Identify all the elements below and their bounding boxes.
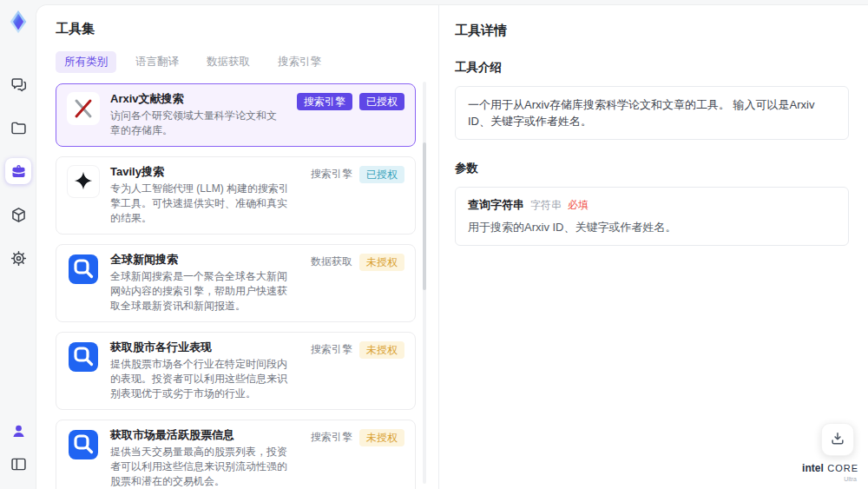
download-button[interactable] bbox=[821, 423, 854, 456]
tool-description: 全球新闻搜索是一个聚合全球各大新闻网站内容的搜索引擎，帮助用户快速获取全球最新资… bbox=[110, 269, 293, 314]
tool-card[interactable]: 全球新闻搜索 全球新闻搜索是一个聚合全球各大新闻网站内容的搜索引擎，帮助用户快速… bbox=[56, 244, 416, 322]
tool-status-badge: 已授权 bbox=[359, 166, 404, 183]
tool-icon bbox=[67, 428, 100, 461]
tool-description: 专为人工智能代理 (LLM) 构建的搜索引擎工具。可快速提供实时、准确和真实的结… bbox=[110, 182, 293, 226]
sidebar-item-chat[interactable] bbox=[5, 71, 31, 97]
panel-toggle-icon bbox=[10, 455, 28, 473]
folder-icon bbox=[10, 119, 28, 137]
tool-status-badge: 未授权 bbox=[359, 254, 404, 271]
sidebar-item-user-avatar[interactable] bbox=[5, 418, 31, 444]
sidebar-item-gear[interactable] bbox=[5, 245, 31, 271]
parameter-required-badge: 必填 bbox=[568, 198, 589, 213]
parameter-header: 查询字符串 字符串 必填 bbox=[468, 197, 836, 213]
tool-title: 全球新闻搜索 bbox=[110, 253, 293, 267]
tool-category-badge: 搜索引擎 bbox=[311, 341, 352, 357]
tool-title: 获取股市各行业表现 bbox=[110, 340, 293, 354]
tool-card[interactable]: Tavily搜索 专为人工智能代理 (LLM) 构建的搜索引擎工具。可快速提供实… bbox=[56, 156, 416, 235]
tool-title: 获取市场最活跃股票信息 bbox=[110, 428, 293, 442]
sidebar-item-folder[interactable] bbox=[5, 115, 31, 141]
category-tab[interactable]: 数据获取 bbox=[198, 51, 259, 73]
tool-icon bbox=[67, 92, 100, 125]
tool-status-badge: 已授权 bbox=[359, 93, 404, 110]
category-tab[interactable]: 搜索引擎 bbox=[269, 51, 330, 73]
tool-card[interactable]: 获取股市各行业表现 提供股票市场各个行业在特定时间段内的表现。投资者可以利用这些… bbox=[56, 332, 416, 410]
tool-description: 访问各个研究领域大量科学论文和文章的存储库。 bbox=[110, 109, 279, 138]
params-heading: 参数 bbox=[455, 161, 849, 176]
tool-status-badge: 未授权 bbox=[359, 341, 404, 359]
main-content: 工具集 所有类别语言翻译数据获取搜索引擎 Arxiv文献搜索 访问各个研究领域大… bbox=[36, 5, 868, 489]
tool-text: Arxiv文献搜索 访问各个研究领域大量科学论文和文章的存储库。 bbox=[110, 92, 279, 138]
app-window: 工具集 所有类别语言翻译数据获取搜索引擎 Arxiv文献搜索 访问各个研究领域大… bbox=[0, 0, 868, 489]
chat-icon bbox=[10, 76, 28, 94]
category-tab[interactable]: 所有类别 bbox=[56, 51, 116, 73]
tool-title: Tavily搜索 bbox=[110, 165, 293, 179]
parameter-box: 查询字符串 字符串 必填 用于搜索的Arxiv ID、关键字或作者姓名。 bbox=[455, 187, 849, 246]
gear-icon bbox=[10, 249, 28, 268]
intel-core-logo: intel CORE Ultra bbox=[802, 460, 858, 482]
tool-card[interactable]: Arxiv文献搜索 访问各个研究领域大量科学论文和文章的存储库。 搜索引擎 已授… bbox=[56, 83, 416, 147]
tool-text: 获取股市各行业表现 提供股票市场各个行业在特定时间段内的表现。投资者可以利用这些… bbox=[110, 340, 293, 401]
tool-badges: 搜索引擎 已授权 bbox=[297, 92, 404, 110]
tool-title: Arxiv文献搜索 bbox=[110, 92, 279, 106]
category-tab[interactable]: 语言翻译 bbox=[127, 51, 187, 73]
tool-icon bbox=[67, 165, 100, 198]
sidebar-nav bbox=[5, 71, 31, 271]
tool-category-badge: 数据获取 bbox=[311, 254, 352, 269]
tool-icon bbox=[67, 340, 100, 373]
parameter-name: 查询字符串 bbox=[468, 197, 524, 213]
sidebar bbox=[0, 0, 36, 489]
intel-sub-text: Ultra bbox=[802, 476, 858, 482]
intro-text: 一个用于从Arxiv存储库搜索科学论文和文章的工具。 输入可以是Arxiv ID… bbox=[468, 96, 836, 129]
page-title: 工具集 bbox=[56, 21, 416, 37]
tool-badges: 搜索引擎 已授权 bbox=[311, 165, 404, 183]
tool-card[interactable]: 获取市场最活跃股票信息 提供当天交易量最高的股票列表，投资者可以利用这些信息来识… bbox=[56, 420, 416, 489]
tool-list-panel: 工具集 所有类别语言翻译数据获取搜索引擎 Arxiv文献搜索 访问各个研究领域大… bbox=[36, 5, 438, 489]
detail-title: 工具详情 bbox=[455, 23, 849, 39]
cube-icon bbox=[10, 206, 28, 224]
parameter-description: 用于搜索的Arxiv ID、关键字或作者姓名。 bbox=[468, 220, 836, 235]
sidebar-bottom bbox=[5, 418, 31, 477]
tool-badges: 搜索引擎 未授权 bbox=[311, 428, 404, 446]
category-tabs: 所有类别语言翻译数据获取搜索引擎 bbox=[56, 51, 416, 73]
tool-description: 提供股票市场各个行业在特定时间段内的表现。投资者可以利用这些信息来识别表现优于或… bbox=[110, 357, 293, 401]
tool-description: 提供当天交易量最高的股票列表，投资者可以利用这些信息来识别流动性强的股票和潜在的… bbox=[110, 445, 293, 489]
tool-text: 全球新闻搜索 全球新闻搜索是一个聚合全球各大新闻网站内容的搜索引擎，帮助用户快速… bbox=[110, 253, 293, 314]
user-avatar-icon bbox=[10, 422, 28, 440]
sidebar-item-panel-toggle[interactable] bbox=[5, 451, 31, 477]
app-logo-icon bbox=[5, 9, 31, 35]
scrollbar[interactable] bbox=[423, 82, 426, 484]
intro-heading: 工具介绍 bbox=[455, 60, 849, 76]
tool-category-badge: 搜索引擎 bbox=[311, 166, 352, 182]
tool-detail-panel: 工具详情 工具介绍 一个用于从Arxiv存储库搜索科学论文和文章的工具。 输入可… bbox=[438, 5, 868, 489]
tool-category-badge: 搜索引擎 bbox=[311, 429, 352, 445]
sidebar-item-cube[interactable] bbox=[5, 202, 31, 228]
tool-text: 获取市场最活跃股票信息 提供当天交易量最高的股票列表，投资者可以利用这些信息来识… bbox=[110, 428, 293, 489]
scrollbar-thumb[interactable] bbox=[423, 142, 426, 290]
tool-text: Tavily搜索 专为人工智能代理 (LLM) 构建的搜索引擎工具。可快速提供实… bbox=[110, 165, 293, 226]
briefcase-icon bbox=[10, 162, 28, 181]
tool-badges: 数据获取 未授权 bbox=[311, 253, 404, 271]
intel-brand-text: intel bbox=[802, 462, 824, 474]
intro-box: 一个用于从Arxiv存储库搜索科学论文和文章的工具。 输入可以是Arxiv ID… bbox=[455, 86, 849, 140]
tool-list: Arxiv文献搜索 访问各个研究领域大量科学论文和文章的存储库。 搜索引擎 已授… bbox=[56, 83, 416, 489]
sidebar-item-briefcase[interactable] bbox=[5, 158, 31, 184]
tool-icon bbox=[67, 253, 100, 286]
tool-status-badge: 未授权 bbox=[359, 429, 404, 446]
tool-category-badge: 搜索引擎 bbox=[297, 93, 352, 110]
tool-badges: 搜索引擎 未授权 bbox=[311, 340, 404, 359]
download-icon bbox=[829, 430, 846, 450]
parameter-type: 字符串 bbox=[530, 198, 562, 213]
intel-core-text: CORE bbox=[827, 463, 858, 473]
